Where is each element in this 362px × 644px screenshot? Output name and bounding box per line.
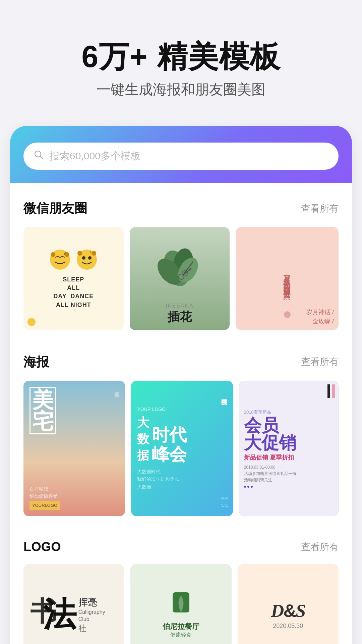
hero-subtitle: 一键生成海报和朋友圈美图 bbox=[20, 80, 342, 99]
svg-line-1 bbox=[40, 156, 43, 159]
logo3-ds-title: D&S bbox=[271, 600, 305, 621]
wechat-card-1[interactable]: zz ♪ bbox=[23, 227, 124, 330]
logo1-right-text: 挥毫 CalligraphyClub 社 bbox=[78, 596, 105, 634]
poster-more[interactable]: 查看所有 bbox=[301, 356, 339, 368]
poster-card-1[interactable]: 美宅 尽美住宅宅尚 百坪精致恰如您惊喜受 YOURLOGO bbox=[23, 381, 125, 516]
deco-dot-2 bbox=[247, 486, 249, 488]
leaf-icon bbox=[163, 591, 199, 619]
logo-template-grid: 法 书 挥毫 CalligraphyClub 社 bbox=[23, 564, 339, 644]
poster1-bottom-text: 百坪精致恰如您惊喜受 YOURLOGO bbox=[29, 485, 119, 511]
wechat-card-3[interactable]: 岁月是一场奔去无回的旅行所的杯都是风景 岁月神话 /金玫嵘 / bbox=[236, 227, 339, 330]
logo-more[interactable]: 查看所有 bbox=[301, 541, 339, 553]
logo3-content: D&S 2020.05.30 bbox=[271, 600, 305, 630]
poster-card-3[interactable]: 2018夏季新品 会员大促销 新品促销 夏季折扣 2018.03.01-03.0… bbox=[239, 381, 339, 516]
poster-template-grid: 美宅 尽美住宅宅尚 百坪精致恰如您惊喜受 YOURLOGO YOUR LOGO … bbox=[23, 381, 339, 516]
poster2-main-title: 时代峰会 bbox=[152, 425, 187, 464]
wechat-card-2[interactable]: IKEBANA 插花 bbox=[130, 227, 230, 330]
search-bar[interactable]: 搜索60,000多个模板 bbox=[23, 143, 339, 170]
wc2-en-title: IKEBANA bbox=[166, 303, 193, 309]
poster-title: 海报 bbox=[23, 354, 49, 371]
search-icon bbox=[34, 150, 44, 163]
svg-point-5 bbox=[65, 252, 69, 257]
wc3-author: 岁月神话 /金玫嵘 / bbox=[306, 308, 334, 326]
wechat-more[interactable]: 查看所有 bbox=[301, 202, 339, 215]
deco-bar-1 bbox=[327, 384, 330, 398]
logo1-she-char: 社 bbox=[78, 623, 105, 634]
wechat-title: 微信朋友圈 bbox=[23, 200, 87, 217]
wc1-badge bbox=[27, 318, 36, 326]
svg-point-4 bbox=[51, 252, 55, 257]
hero-section: 6万+ 精美模板 一键生成海报和朋友圈美图 bbox=[0, 0, 362, 119]
wc2-cn-title: 插花 bbox=[166, 309, 193, 325]
logo-card-2[interactable]: 伯尼拉餐厅 健康轻食 bbox=[130, 564, 231, 644]
logo1-content: 法 书 挥毫 CalligraphyClub 社 bbox=[43, 596, 105, 634]
logo1-calligraphy-en: CalligraphyClub bbox=[78, 609, 105, 623]
poster3-main-title: 会员大促销 bbox=[244, 417, 334, 451]
svg-point-7 bbox=[82, 256, 85, 260]
poster3-sub-text: 新品促销 夏季折扣 bbox=[244, 453, 334, 462]
sleeping-face-icon: zz bbox=[48, 248, 72, 271]
deco-bar-2 bbox=[332, 384, 335, 398]
logo-section-header: LOGO 查看所有 bbox=[23, 540, 339, 554]
poster-card-2[interactable]: YOUR LOGO 大 数 据 时代峰会 引领科技潮流 大数据时代 我们的次学进… bbox=[131, 381, 233, 516]
wc3-dot bbox=[284, 311, 291, 318]
deco-dot-1 bbox=[244, 486, 246, 488]
svg-point-9 bbox=[77, 251, 82, 256]
svg-text:♪: ♪ bbox=[89, 250, 91, 254]
wc1-text: SLEEPALLDAY DANCEALL NIGHT bbox=[53, 275, 94, 309]
poster2-waves-icon: ≈≈≈≈ bbox=[221, 494, 228, 509]
wc1-emoji-row: zz ♪ bbox=[48, 248, 99, 271]
logo-card-3[interactable]: D&S 2020.05.30 bbox=[238, 564, 339, 644]
deco-dot-3 bbox=[251, 486, 253, 488]
logo-section-title: LOGO bbox=[23, 540, 61, 554]
wechat-template-grid: zz ♪ bbox=[23, 227, 339, 330]
svg-point-10 bbox=[92, 251, 96, 256]
wechat-section-header: 微信朋友圈 查看所有 bbox=[23, 200, 339, 217]
poster3-deco-dots bbox=[244, 486, 334, 488]
svg-point-8 bbox=[88, 256, 92, 260]
hero-title: 6万+ 精美模板 bbox=[20, 40, 342, 73]
wc3-poem-text: 岁月是一场奔去无回的旅行所的杯都是风景 bbox=[281, 269, 294, 288]
logo3-date: 2020.05.30 bbox=[271, 623, 305, 630]
card-header: 搜索60,000多个模板 bbox=[10, 126, 352, 183]
wc2-text-wrap: IKEBANA 插花 bbox=[166, 303, 193, 325]
poster2-bottom-text: 大数据时代 我们的次学进步为么 大数据 bbox=[137, 468, 227, 490]
logo1-huihao: 挥毫 bbox=[78, 596, 105, 609]
poster-section-header: 海报 查看所有 bbox=[23, 354, 339, 371]
logo2-restaurant-name: 伯尼拉餐厅 bbox=[163, 622, 199, 632]
logo2-content: 伯尼拉餐厅 健康轻食 bbox=[163, 591, 199, 639]
logo1-shu-char: 书 bbox=[30, 598, 57, 625]
logo-card-1[interactable]: 法 书 挥毫 CalligraphyClub 社 bbox=[23, 564, 124, 644]
poster1-logo: YOURLOGO bbox=[29, 501, 60, 510]
logo2-restaurant-sub: 健康轻食 bbox=[163, 632, 199, 639]
search-placeholder: 搜索60,000多个模板 bbox=[50, 149, 141, 163]
poster2-logo: YOUR LOGO bbox=[137, 407, 227, 412]
logo-section: LOGO 查看所有 法 书 挥毫 CalligraphyClub 社 bbox=[10, 523, 352, 644]
poster3-body-text: 2018.03.01-03.08 活动参加购买送惊喜礼品一份 活动细则请关注 bbox=[244, 464, 334, 484]
poster3-deco-bars bbox=[327, 384, 335, 398]
dancing-face-icon: ♪ bbox=[75, 248, 99, 271]
poster3-label: 2018夏季新品 bbox=[244, 409, 334, 415]
poster1-main-title: 美宅 bbox=[29, 387, 56, 434]
poster-section: 海报 查看所有 美宅 尽美住宅宅尚 百坪精致恰如您惊喜受 YOURLOGO YO… bbox=[10, 337, 352, 523]
wechat-section: 微信朋友圈 查看所有 zz bbox=[10, 183, 352, 337]
app-card: 搜索60,000多个模板 微信朋友圈 查看所有 zz bbox=[10, 126, 352, 644]
